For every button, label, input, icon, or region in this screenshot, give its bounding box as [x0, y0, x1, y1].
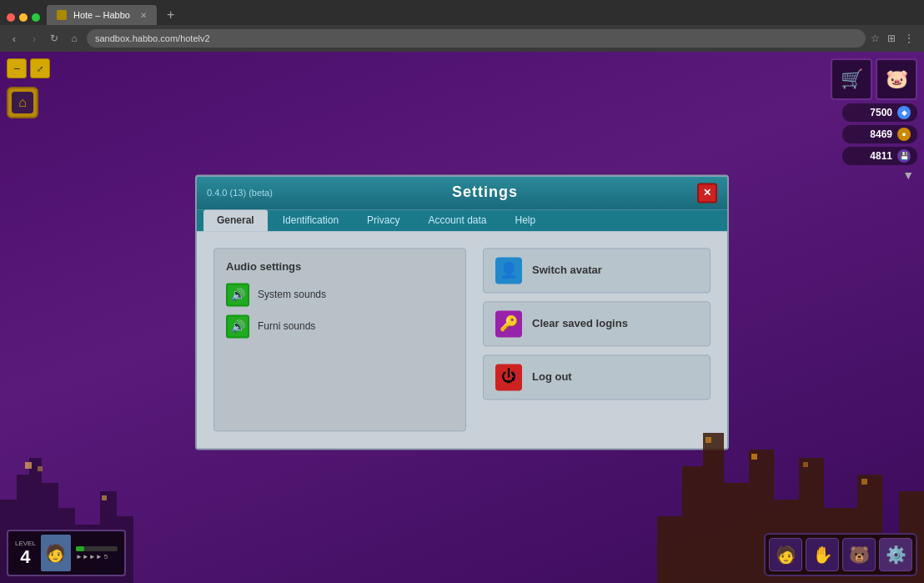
system-sounds-label: System sounds — [258, 289, 326, 300]
tab-privacy[interactable]: Privacy — [354, 209, 413, 231]
coins-icon: 💾 — [897, 149, 911, 163]
gold-row: 8469 ● — [842, 125, 917, 143]
cart-icon-box[interactable]: 🛒 — [831, 58, 872, 100]
svg-rect-7 — [803, 462, 808, 467]
level-info: LEVEL 4 — [15, 540, 36, 566]
back-button[interactable]: ‹ — [7, 31, 22, 46]
furni-sounds-toggle[interactable]: 🔊 — [226, 314, 249, 338]
system-sounds-item: 🔊 System sounds — [226, 283, 454, 306]
clear-logins-label: Clear saved logins — [532, 317, 628, 329]
xp-bar-container: ►►►► 5 — [76, 546, 118, 560]
dialog-title: Settings — [452, 183, 518, 201]
minimize-game-btn[interactable]: − — [7, 58, 27, 78]
player-avatar-small: 🧑 — [41, 535, 71, 571]
speaker-icon: 🔊 — [231, 288, 245, 301]
url-text: sandbox.habbo.com/hotelv2 — [95, 33, 210, 43]
gold-amount: 8469 — [870, 128, 892, 140]
new-tab-icon: + — [167, 8, 174, 23]
top-icons-row: 🛒 🐷 — [831, 58, 917, 100]
forward-button[interactable]: › — [27, 31, 42, 46]
svg-rect-1 — [25, 462, 32, 469]
menu-icon[interactable]: ⋮ — [904, 32, 917, 45]
system-sounds-toggle[interactable]: 🔊 — [226, 283, 249, 306]
clear-logins-icon: 🔑 — [495, 310, 522, 337]
traffic-lights — [7, 13, 40, 22]
svg-rect-3 — [102, 495, 107, 500]
address-bar[interactable]: sandbox.habbo.com/hotelv2 — [87, 29, 866, 48]
logout-icon: ⏻ — [495, 364, 522, 390]
toolbar-btn-3[interactable]: 🐻 — [842, 538, 876, 571]
expand-game-btn[interactable]: ⤢ — [30, 58, 50, 78]
extensions-icon[interactable]: ⊞ — [887, 32, 901, 45]
switch-avatar-label: Switch avatar — [532, 264, 602, 276]
dialog-tabs: General Identification Privacy Account d… — [197, 209, 727, 231]
diamonds-amount: 7500 — [870, 107, 892, 118]
top-left-controls: − ⤢ — [7, 58, 50, 78]
toolbar-btn-1[interactable]: 🧑 — [769, 538, 802, 571]
tab-bar: Hote – Habbo ✕ + — [0, 0, 924, 25]
bottom-toolbar: 🧑 ✋ 🐻 ⚙️ — [764, 533, 917, 576]
browser-tab[interactable]: Hote – Habbo ✕ — [47, 5, 157, 25]
action-panel: 👤 Switch avatar 🔑 Clear saved logins ⏻ L… — [483, 248, 711, 431]
level-number: 4 — [20, 548, 30, 566]
level-badge: LEVEL 4 🧑 ►►►► 5 — [7, 530, 126, 576]
toolbar-btn-4[interactable]: ⚙️ — [879, 538, 912, 571]
game-area: − ⤢ ⌂ 🛒 🐷 7500 ◆ 8469 ● 4811 💾 ▼ 0.4.0 (… — [0, 52, 924, 583]
browser-chrome: Hote – Habbo ✕ + ‹ › ↻ ⌂ sandbox.habbo.c… — [0, 0, 924, 52]
tab-general[interactable]: General — [203, 209, 268, 231]
dialog-header: 0.4.0 (13) (beta) Settings ✕ — [197, 176, 727, 209]
tab-help[interactable]: Help — [502, 209, 550, 231]
dialog-version: 0.4.0 (13) (beta) — [207, 188, 273, 198]
home-nav-button[interactable]: ⌂ — [67, 31, 82, 46]
switch-avatar-icon: 👤 — [495, 257, 522, 284]
switch-avatar-button[interactable]: 👤 Switch avatar — [483, 248, 711, 293]
clear-logins-button[interactable]: 🔑 Clear saved logins — [483, 301, 711, 346]
furni-sounds-label: Furni sounds — [258, 320, 315, 332]
audio-settings-title: Audio settings — [226, 260, 454, 273]
speaker2-icon: 🔊 — [231, 319, 245, 333]
close-dot[interactable] — [7, 13, 15, 22]
svg-rect-2 — [38, 466, 43, 471]
top-right-area: 🛒 🐷 7500 ◆ 8469 ● 4811 💾 ▼ — [831, 58, 917, 182]
coins-row: 4811 💾 — [842, 147, 917, 165]
audio-panel: Audio settings 🔊 System sounds 🔊 Furni s… — [213, 248, 466, 431]
reload-button[interactable]: ↻ — [47, 31, 62, 46]
xp-bar — [76, 546, 118, 551]
maximize-dot[interactable] — [32, 13, 40, 22]
home-icon-inner: ⌂ — [12, 92, 33, 113]
tab-account-data[interactable]: Account data — [414, 209, 500, 231]
settings-dialog: 0.4.0 (13) (beta) Settings ✕ General Ide… — [195, 174, 729, 450]
svg-rect-8 — [861, 479, 867, 485]
dialog-close-button[interactable]: ✕ — [697, 183, 717, 203]
tab-label: Hote – Habbo — [73, 10, 130, 20]
new-tab-button[interactable]: + — [160, 5, 181, 25]
coins-amount: 4811 — [870, 150, 892, 162]
close-x-icon: ✕ — [703, 187, 711, 199]
gold-icon: ● — [897, 128, 911, 141]
bookmark-icon[interactable]: ☆ — [871, 32, 884, 45]
home-game-button[interactable]: ⌂ — [7, 87, 38, 118]
xp-fill — [76, 546, 84, 551]
diamonds-row: 7500 ◆ — [842, 103, 917, 122]
diamond-icon: ◆ — [897, 106, 911, 119]
xp-label: ►►►► 5 — [76, 553, 118, 560]
tab-favicon — [57, 10, 67, 20]
browser-action-icons: ☆ ⊞ ⋮ — [871, 32, 917, 45]
dialog-body: Audio settings 🔊 System sounds 🔊 Furni s… — [197, 231, 727, 448]
svg-rect-6 — [751, 454, 757, 460]
minimize-dot[interactable] — [19, 13, 28, 22]
toolbar-btn-2[interactable]: ✋ — [806, 538, 839, 571]
dropdown-arrow[interactable]: ▼ — [902, 168, 914, 182]
tab-identification[interactable]: Identification — [269, 209, 352, 231]
tab-close-icon[interactable]: ✕ — [140, 11, 147, 20]
logout-button[interactable]: ⏻ Log out — [483, 354, 711, 400]
controls-bar: ‹ › ↻ ⌂ sandbox.habbo.com/hotelv2 ☆ ⊞ ⋮ — [0, 25, 924, 52]
logout-label: Log out — [532, 370, 572, 383]
piggy-icon-box[interactable]: 🐷 — [876, 58, 917, 100]
furni-sounds-item: 🔊 Furni sounds — [226, 314, 454, 338]
